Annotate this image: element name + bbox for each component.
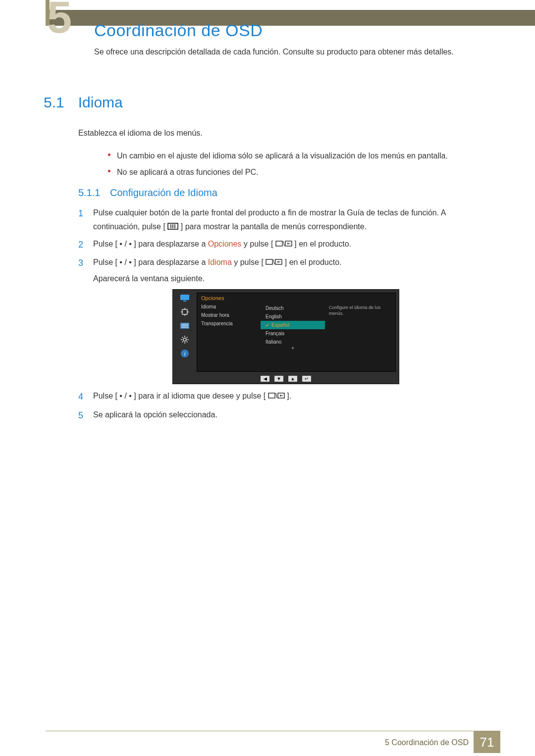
osd-menu-item: Mostrar hora [201, 312, 261, 318]
step-number: 1 [78, 206, 85, 234]
steps-list-continued: 4 Pulse [ • / • ] para ir al idioma que … [78, 389, 485, 426]
svg-line-23 [187, 342, 188, 343]
step-1: 1 Pulse cualquier botón de la parte fron… [78, 206, 485, 234]
footer-divider [46, 731, 500, 731]
section-number: 5.1 [44, 94, 64, 111]
footer-label: 5 Coordinación de OSD [385, 738, 469, 747]
list-icon [179, 320, 190, 331]
step-3: 3 Pulse [ • / • ] para desplazarse a Idi… [78, 255, 485, 286]
svg-rect-11 [183, 301, 186, 302]
osd-title: Opciones [197, 293, 395, 302]
bullet-item: No se aplicará a otras funciones del PC. [108, 166, 485, 179]
osd-menu-item: Transparencia [201, 321, 261, 326]
svg-line-22 [182, 337, 183, 338]
monitor-icon [179, 293, 190, 303]
svg-line-25 [182, 342, 183, 343]
svg-line-29 [276, 393, 277, 398]
left-arrow-icon: ◀ [261, 376, 269, 382]
step-number: 5 [78, 408, 85, 424]
chapter-intro: Se ofrece una descripción detallada de c… [94, 46, 485, 58]
subsection-heading: 5.1.1 Configuración de Idioma [78, 187, 217, 199]
more-indicator: ▼ [261, 346, 325, 351]
svg-text:i: i [184, 351, 185, 356]
section-lead: Establezca el idioma de los menús. [78, 127, 485, 140]
step-number: 4 [78, 389, 85, 405]
enter-icon [275, 238, 292, 252]
osd-preview: i Opciones Idioma Mostrar hora Transpare… [172, 289, 399, 384]
highlight-opciones: Opciones [208, 240, 242, 248]
step-number: 3 [78, 255, 85, 286]
menu-icon [167, 220, 178, 234]
language-option: Italiano [261, 338, 325, 346]
chapter-number: 5 [47, 0, 72, 40]
osd-menu-item: Idioma [201, 304, 261, 309]
section-body: Establezca el idioma de los menús. Un ca… [78, 127, 485, 183]
svg-rect-10 [180, 295, 189, 300]
step-2: 2 Pulse [ • / • ] para desplazarse a Opc… [78, 237, 485, 253]
osd-menu-column: Idioma Mostrar hora Transparencia [197, 302, 261, 371]
osd-language-column: Deutsch English Español Français Italian… [261, 302, 325, 371]
svg-line-24 [187, 337, 188, 338]
osd-hint: Configure el idioma de los menús. [325, 302, 395, 371]
osd-sidebar-icons: i [176, 293, 194, 359]
svg-line-5 [283, 241, 284, 246]
step-body: Pulse cualquier botón de la parte fronta… [93, 206, 485, 234]
enter-icon [266, 256, 282, 270]
step-body: Pulse [ • / • ] para desplazarse a Opcio… [93, 237, 485, 253]
step-body: Se aplicará la opción seleccionada. [93, 408, 485, 424]
language-option: Deutsch [261, 304, 325, 312]
steps-list: 1 Pulse cualquier botón de la parte fron… [78, 206, 485, 289]
svg-rect-28 [268, 393, 275, 398]
step-body: Pulse [ • / • ] para desplazarse a Idiom… [93, 255, 485, 286]
up-arrow-icon: ▲ [288, 376, 297, 382]
osd-controls: ◀ ▼ ▲ ↵ [173, 376, 399, 382]
enter-icon [268, 390, 285, 403]
down-arrow-icon: ▼ [274, 376, 283, 382]
language-option-selected: Español [261, 321, 325, 329]
page-number: 71 [474, 731, 500, 753]
osd-panel: Opciones Idioma Mostrar hora Transparenc… [197, 293, 396, 372]
step-body: Pulse [ • / • ] para ir al idioma que de… [93, 389, 485, 405]
page: 5 Coordinación de OSD Se ofrece una desc… [0, 0, 535, 756]
bullet-list: Un cambio en el ajuste del idioma sólo s… [78, 150, 485, 179]
svg-rect-4 [276, 241, 282, 246]
step-5: 5 Se aplicará la opción seleccionada. [78, 408, 485, 424]
language-option: English [261, 312, 325, 321]
subsection-title: Configuración de Idioma [110, 187, 217, 198]
svg-point-17 [183, 338, 186, 341]
enter-arrow-icon: ↵ [302, 376, 311, 382]
highlight-idioma: Idioma [208, 258, 232, 266]
section-title: Idioma [78, 94, 123, 111]
svg-rect-12 [182, 309, 187, 314]
svg-line-8 [273, 259, 274, 264]
gear-icon [179, 334, 190, 345]
step-number: 2 [78, 237, 85, 253]
chapter-title: Coordinación de OSD [94, 21, 263, 40]
bullet-item: Un cambio en el ajuste del idioma sólo s… [108, 150, 485, 162]
step-4: 4 Pulse [ • / • ] para ir al idioma que … [78, 389, 485, 405]
svg-rect-7 [266, 259, 272, 264]
subsection-number: 5.1.1 [78, 187, 100, 198]
language-option: Français [261, 329, 325, 338]
section-heading: 5.1 Idioma [44, 94, 123, 111]
resize-icon [179, 306, 190, 317]
info-icon: i [179, 348, 190, 359]
